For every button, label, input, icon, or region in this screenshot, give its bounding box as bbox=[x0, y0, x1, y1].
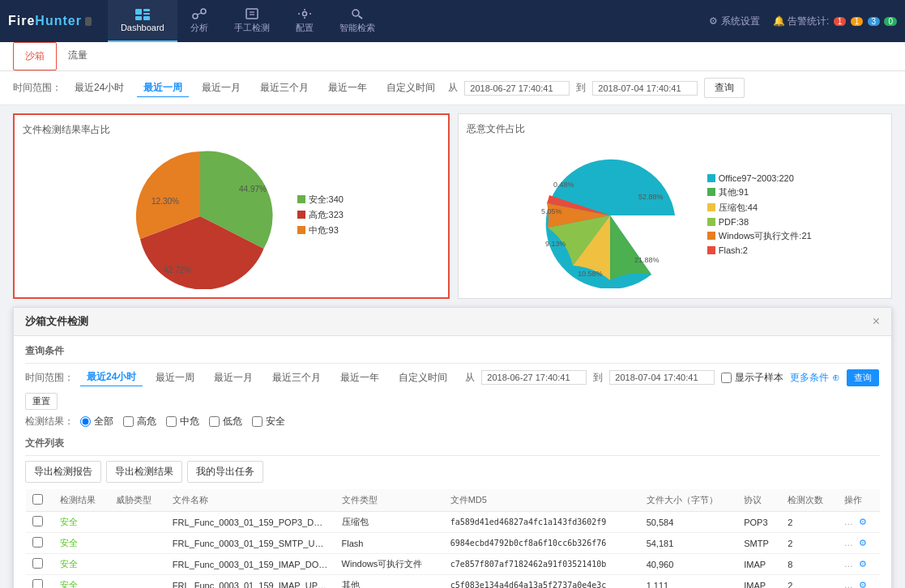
row-md5: c7e857f807af7182462a91f03521410b bbox=[444, 554, 640, 575]
svg-rect-8 bbox=[246, 9, 258, 19]
chart2-svg: 52.88% 21.88% 10.58% 9.13% 5.05% 0.48% bbox=[529, 143, 691, 288]
svg-text:12.30%: 12.30% bbox=[152, 197, 179, 206]
row-select-2[interactable] bbox=[32, 558, 43, 569]
time-btn-custom[interactable]: 自定义时间 bbox=[380, 79, 442, 96]
row-actions: … ⚙ bbox=[838, 512, 880, 533]
time-range-label: 时间范围： bbox=[13, 81, 62, 95]
analysis-icon bbox=[191, 7, 207, 20]
row-size: 54,181 bbox=[640, 533, 738, 554]
row-size: 1,111 bbox=[640, 575, 738, 589]
th-threat: 威胁类型 bbox=[109, 489, 166, 512]
modal-time-custom[interactable]: 自定义时间 bbox=[392, 369, 454, 386]
legend-office-label: Office97~2003:220 bbox=[719, 173, 794, 183]
time-btn-week[interactable]: 最近一周 bbox=[137, 79, 189, 97]
legend-zip-color bbox=[707, 203, 715, 211]
modal-time-week[interactable]: 最近一周 bbox=[149, 369, 201, 386]
result-medium-check[interactable] bbox=[166, 416, 177, 427]
row-md5: fa589d41ed46827a4fc1a143fd3602f9 bbox=[444, 512, 640, 533]
row-filename: FRL_Func_0003_01_159_POP3_DOWNLO... bbox=[166, 512, 335, 533]
row-count: 2 bbox=[781, 575, 838, 589]
export-result-btn[interactable]: 导出检测结果 bbox=[106, 461, 182, 483]
nav-dashboard[interactable]: Dashboard bbox=[108, 0, 177, 42]
result-all-radio[interactable] bbox=[80, 416, 91, 427]
row-select-0[interactable] bbox=[32, 516, 43, 526]
row-select-1[interactable] bbox=[32, 537, 43, 548]
time-btn-24h[interactable]: 最近24小时 bbox=[68, 79, 130, 96]
charts-area: 文件检测结果率占比 44.97% 42.72% 12.30% 安全:340 bbox=[0, 105, 905, 307]
row-checkbox[interactable] bbox=[26, 575, 53, 589]
sub-tab-sandbox[interactable]: 沙箱 bbox=[13, 42, 57, 70]
legend-medium-label: 中危:93 bbox=[309, 224, 339, 236]
legend-danger-color bbox=[297, 211, 305, 219]
result-all[interactable]: 全部 bbox=[80, 415, 113, 428]
modal-query-button[interactable]: 查询 bbox=[847, 369, 879, 386]
modal-time-24h[interactable]: 最近24小时 bbox=[80, 369, 143, 386]
time-btn-3months[interactable]: 最近三个月 bbox=[254, 79, 315, 96]
row-checkbox[interactable] bbox=[26, 554, 53, 575]
row-action-dots[interactable]: … bbox=[844, 517, 853, 526]
file-list-label: 文件列表 bbox=[25, 437, 64, 449]
modal-time-3months[interactable]: 最近三个月 bbox=[266, 369, 327, 386]
nav-analysis[interactable]: 分析 bbox=[177, 0, 221, 42]
top-navigation: FireHunter Dashboard 分析 手工检测 bbox=[0, 0, 905, 42]
result-low-label: 低危 bbox=[223, 415, 242, 428]
nav-config[interactable]: 配置 bbox=[283, 0, 327, 42]
th-filetype: 文件类型 bbox=[335, 489, 444, 512]
chart1-svg: 44.97% 42.72% 12.30% bbox=[119, 143, 281, 289]
modal-from-date[interactable] bbox=[481, 370, 587, 385]
from-date-input[interactable] bbox=[464, 81, 570, 96]
settings-link[interactable]: ⚙ 系统设置 bbox=[709, 15, 759, 28]
file-list-section: 文件列表 导出检测报告 导出检测结果 我的导出任务 检测结果 威胁类型 文件名称… bbox=[25, 437, 880, 588]
legend-danger: 高危:323 bbox=[297, 209, 344, 221]
sub-navigation: 沙箱 流量 bbox=[0, 42, 905, 71]
svg-text:42.72%: 42.72% bbox=[164, 266, 191, 275]
nav-smart-search[interactable]: 智能检索 bbox=[327, 0, 388, 42]
row-threat bbox=[109, 512, 166, 533]
chart1-container: 44.97% 42.72% 12.30% 安全:340 高危:323 中危:93 bbox=[23, 143, 440, 289]
show-sample-label[interactable]: 显示子样本 bbox=[721, 371, 783, 385]
row-select-3[interactable] bbox=[32, 579, 43, 588]
row-action-gear[interactable]: ⚙ bbox=[859, 517, 867, 526]
result-medium[interactable]: 中危 bbox=[166, 415, 199, 428]
row-action-dots[interactable]: … bbox=[844, 580, 853, 588]
modal-time-month[interactable]: 最近一月 bbox=[207, 369, 259, 386]
table-row: 安全 FRL_Func_0003_01_159_IMAP_DOWNLO... W… bbox=[26, 554, 880, 575]
modal-time-year[interactable]: 最近一年 bbox=[334, 369, 386, 386]
select-all-checkbox[interactable] bbox=[32, 494, 43, 505]
query-button[interactable]: 查询 bbox=[704, 78, 745, 98]
result-low-check[interactable] bbox=[209, 416, 220, 427]
svg-text:9.13%: 9.13% bbox=[545, 240, 566, 248]
sub-tab-traffic[interactable]: 流量 bbox=[57, 42, 99, 70]
show-sample-checkbox[interactable] bbox=[721, 373, 732, 383]
modal-close-button[interactable]: × bbox=[873, 314, 880, 329]
row-action-gear[interactable]: ⚙ bbox=[859, 538, 867, 548]
to-label: 到 bbox=[576, 81, 586, 95]
result-danger-check[interactable] bbox=[123, 416, 134, 427]
nav-manual[interactable]: 手工检测 bbox=[221, 0, 283, 42]
row-action-gear[interactable]: ⚙ bbox=[859, 559, 867, 569]
export-report-btn[interactable]: 导出检测报告 bbox=[25, 461, 101, 483]
result-low[interactable]: 低危 bbox=[209, 415, 242, 428]
row-action-gear[interactable]: ⚙ bbox=[859, 580, 867, 588]
modal-to-date[interactable] bbox=[609, 370, 715, 385]
nav-smart-search-label: 智能检索 bbox=[339, 22, 375, 34]
time-btn-month[interactable]: 最近一月 bbox=[195, 79, 247, 96]
row-checkbox[interactable] bbox=[26, 512, 53, 533]
modal-body: 查询条件 时间范围： 最近24小时 最近一周 最近一月 最近三个月 最近一年 自… bbox=[14, 336, 891, 588]
result-safe[interactable]: 安全 bbox=[252, 415, 285, 428]
row-filetype: 其他 bbox=[335, 575, 444, 589]
row-action-dots[interactable]: … bbox=[844, 538, 853, 548]
result-safe-check[interactable] bbox=[252, 416, 263, 427]
time-btn-year[interactable]: 最近一年 bbox=[322, 79, 374, 96]
modal-reset-button[interactable]: 重置 bbox=[25, 393, 58, 410]
svg-point-5 bbox=[193, 14, 198, 19]
more-conditions-link[interactable]: 更多条件 ⊕ bbox=[790, 371, 839, 385]
to-date-input[interactable] bbox=[592, 81, 698, 96]
row-md5: c5f083e134a4d64a13a5f2737a0e4e3c bbox=[444, 575, 640, 589]
row-action-dots[interactable]: … bbox=[844, 559, 853, 569]
result-danger[interactable]: 高危 bbox=[123, 415, 156, 428]
my-exports-btn[interactable]: 我的导出任务 bbox=[187, 461, 263, 483]
legend-safe-label: 安全:340 bbox=[309, 194, 344, 206]
row-checkbox[interactable] bbox=[26, 533, 53, 554]
legend-flash: Flash:2 bbox=[707, 245, 821, 255]
